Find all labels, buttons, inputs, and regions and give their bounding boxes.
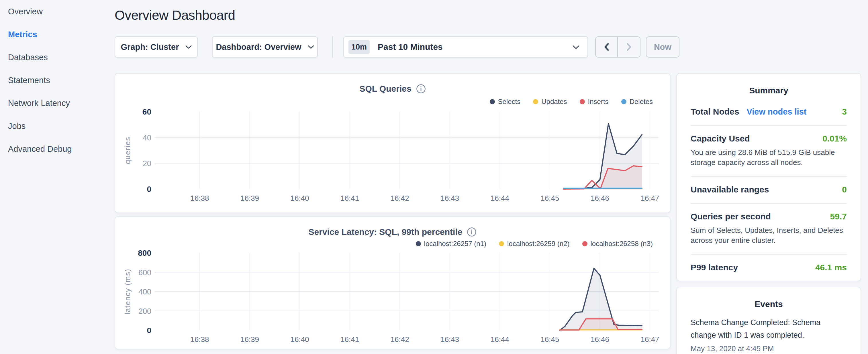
svg-text:16:47: 16:47 [641,335,659,344]
summary-row-capacity-used: Capacity Used 0.01% You are using 28.6 M… [691,126,847,177]
svg-text:20: 20 [143,159,151,168]
time-range-selector[interactable]: 10m Past 10 Minutes [343,36,588,58]
sidebar-item-network-latency[interactable]: Network Latency [8,92,115,115]
svg-text:600: 600 [138,268,151,277]
next-time-button[interactable] [618,37,640,57]
sidebar-item-databases[interactable]: Databases [8,46,115,69]
svg-text:16:43: 16:43 [440,335,459,344]
sidebar-item-jobs[interactable]: Jobs [8,115,115,137]
graph-dropdown[interactable]: Graph: Cluster [115,36,198,58]
sidebar-item-advanced-debug[interactable]: Advanced Debug [8,137,115,160]
svg-text:16:47: 16:47 [641,194,659,202]
sql-queries-chart-card: SQL Queries SelectsUpdatesInsertsDeletes… [115,73,671,213]
service-latency-chart[interactable]: 16:3816:3916:4016:4116:4216:4316:4416:45… [115,217,670,349]
graph-dropdown-label: Graph: Cluster [121,42,179,52]
summary-value: 3 [842,107,847,117]
svg-text:40: 40 [143,133,151,142]
events-panel: Events Schema Change Completed: Schema c… [676,287,861,354]
sidebar-item-metrics[interactable]: Metrics [8,23,115,46]
page-title: Overview Dashboard [115,7,235,23]
time-pager [595,36,641,58]
summary-description: You are using 28.6 MiB of 515.9 GiB usab… [691,148,847,167]
svg-text:16:45: 16:45 [540,335,559,344]
svg-text:60: 60 [143,107,151,116]
dashboard-dropdown-label: Dashboard: Overview [216,42,301,52]
chevron-down-icon [308,45,314,49]
event-message: Schema Change Completed: Schema change w… [691,317,835,342]
now-button[interactable]: Now [646,36,679,58]
chevron-down-icon [185,45,192,49]
summary-description: Sum of Selects, Updates, Inserts, and De… [691,225,847,246]
time-range-label: Past 10 Minutes [378,42,443,52]
svg-text:400: 400 [138,288,151,296]
previous-time-button[interactable] [596,37,618,57]
summary-label: Capacity Used [691,134,750,143]
chevron-right-icon [626,43,632,51]
sidebar: Overview Metrics Databases Statements Ne… [0,0,115,354]
chevron-left-icon [604,43,610,51]
event-item: Schema Change Completed: Schema change w… [691,317,847,353]
sql-queries-chart[interactable]: 16:3816:3916:4016:4116:4216:4316:4416:45… [115,74,670,213]
svg-text:latency (ms): latency (ms) [123,269,132,315]
svg-text:16:39: 16:39 [241,194,259,202]
dashboard-dropdown[interactable]: Dashboard: Overview [212,36,318,58]
summary-label: Unavailable ranges [691,185,769,194]
sidebar-item-statements[interactable]: Statements [8,69,115,92]
summary-value: 0 [842,185,847,194]
svg-text:16:44: 16:44 [491,194,509,202]
summary-row-unavailable-ranges: Unavailable ranges 0 [691,177,847,204]
svg-text:16:41: 16:41 [340,335,359,344]
service-latency-chart-card: Service Latency: SQL, 99th percentile lo… [115,216,671,349]
svg-text:queries: queries [123,137,132,164]
svg-text:16:41: 16:41 [340,194,359,202]
summary-label: Total Nodes [691,107,739,117]
svg-text:0: 0 [147,185,151,194]
svg-text:16:42: 16:42 [391,335,409,344]
svg-text:16:38: 16:38 [190,335,209,344]
summary-label: Queries per second [691,212,771,221]
svg-text:0: 0 [147,326,151,335]
svg-text:800: 800 [138,249,151,257]
time-range-badge: 10m [348,40,370,54]
svg-text:16:46: 16:46 [591,335,609,344]
sidebar-item-overview[interactable]: Overview [8,0,115,23]
summary-value: 59.7 [830,212,847,221]
svg-text:16:43: 16:43 [440,194,459,202]
event-timestamp: May 13, 2020 at 4:45 PM [691,344,847,353]
svg-text:16:38: 16:38 [190,194,209,202]
svg-text:16:44: 16:44 [491,335,509,344]
svg-text:16:40: 16:40 [290,194,309,202]
view-nodes-list-link[interactable]: View nodes list [746,107,806,117]
events-title: Events [691,299,847,309]
summary-row-queries-per-second: Queries per second 59.7 Sum of Selects, … [691,204,847,255]
toolbar-divider [333,36,333,58]
summary-value: 0.01% [823,134,847,143]
svg-text:16:39: 16:39 [241,335,259,344]
svg-text:16:45: 16:45 [540,194,559,202]
toolbar: Graph: Cluster Dashboard: Overview 10m P… [115,36,679,58]
svg-text:16:42: 16:42 [391,194,409,202]
summary-label: P99 latency [691,263,738,272]
summary-panel: Summary Total Nodes View nodes list 3 Ca… [676,73,861,281]
summary-row-total-nodes: Total Nodes View nodes list 3 [691,99,847,126]
svg-text:200: 200 [138,307,151,316]
summary-value: 46.1 ms [815,263,847,272]
svg-text:16:40: 16:40 [290,335,309,344]
svg-text:16:46: 16:46 [591,194,609,202]
summary-row-p99-latency: P99 latency 46.1 ms [691,255,847,281]
chevron-down-icon [572,45,580,49]
summary-title: Summary [691,86,847,95]
